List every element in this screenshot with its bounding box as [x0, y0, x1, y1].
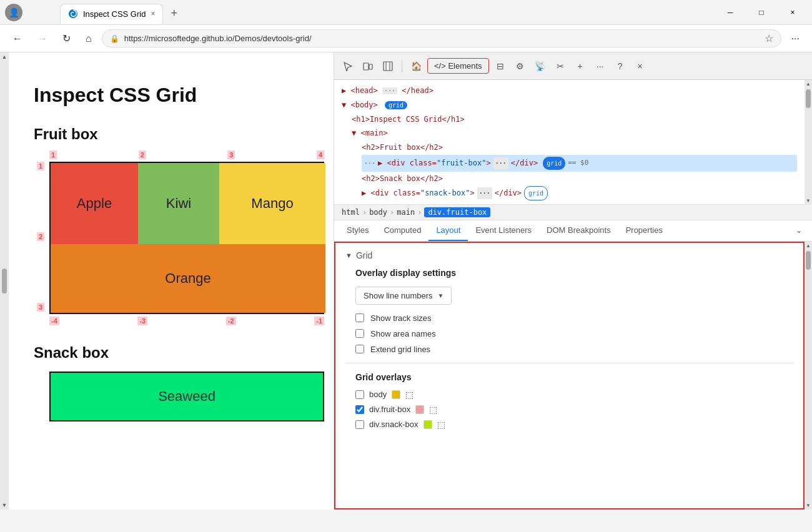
favorite-icon[interactable]: ☆: [765, 32, 773, 44]
dom-head-dots: ···: [382, 86, 402, 95]
body-inspect-icon[interactable]: ⬚: [405, 390, 413, 400]
extend-grid-lines-label: Extend grid lines: [370, 345, 430, 354]
device-emulation-button[interactable]: [359, 57, 377, 75]
help-button[interactable]: ?: [611, 57, 629, 75]
fruit-div-expand[interactable]: ···: [364, 157, 375, 169]
fruit-box-overlay-checkbox[interactable]: [355, 405, 364, 414]
minimize-button[interactable]: ─: [716, 2, 745, 22]
extend-grid-lines-checkbox[interactable]: [355, 345, 364, 353]
show-track-sizes-row: Show track sizes: [355, 313, 793, 323]
device-icon: [363, 61, 373, 71]
dropdown-label: Show line numbers: [364, 291, 433, 300]
layout-scroll-thumb: [806, 251, 811, 270]
grid-left-3: 3: [37, 303, 44, 312]
console-button[interactable]: ⊟: [492, 57, 509, 75]
fruit-div-dots[interactable]: ···: [493, 157, 508, 169]
performance-button[interactable]: 📡: [532, 57, 549, 75]
body-color-swatch[interactable]: [392, 390, 400, 399]
show-track-sizes-checkbox[interactable]: [355, 313, 364, 322]
dom-snack-div-close: </div>: [495, 186, 522, 200]
layout-section: ▼ Grid Overlay display settings Show lin…: [335, 243, 803, 442]
layout-scrollbar[interactable]: ▲ ▼: [805, 242, 812, 510]
add-panel-button[interactable]: +: [572, 57, 589, 75]
home-button[interactable]: ⌂: [81, 31, 97, 47]
close-devtools-button[interactable]: ×: [631, 57, 649, 75]
grid-section-title: ▼ Grid: [345, 250, 793, 260]
dom-scroll-thumb: [806, 89, 811, 108]
layout-scroll-down[interactable]: ▼: [806, 503, 811, 508]
breadcrumb-sep-3: ›: [417, 208, 422, 217]
snack-box-inspect-icon[interactable]: ⬚: [437, 420, 445, 430]
address-bar[interactable]: 🔒 https://microsoftedge.github.io/Demos/…: [102, 29, 781, 47]
scroll-down-arrow[interactable]: ▼: [2, 502, 7, 508]
maximize-button[interactable]: □: [747, 2, 776, 22]
edge-favicon: [68, 9, 78, 19]
lock-icon: 🔒: [110, 34, 119, 43]
tab-layout[interactable]: Layout: [428, 220, 468, 241]
snack-box-color-swatch[interactable]: [423, 420, 432, 429]
scroll-up-arrow[interactable]: ▲: [2, 54, 7, 60]
elements-panel-button[interactable]: </> Elements: [427, 58, 489, 74]
more-panels-button[interactable]: ···: [592, 57, 609, 75]
tab-close-button[interactable]: ×: [151, 9, 155, 18]
devtools-toolbar: 🏠 </> Elements ⊟ ⚙ 📡 ✂ + ··· ? ×: [334, 52, 812, 80]
inspect-button[interactable]: [379, 57, 397, 75]
dom-main-row: ▼ <main>: [352, 126, 797, 140]
grid-bottom-labels: -4 -3 -2 -1: [49, 317, 324, 325]
snack-grid-badge[interactable]: grid: [524, 186, 548, 200]
breadcrumb-main[interactable]: main: [397, 208, 415, 217]
body-overlay-checkbox[interactable]: [355, 390, 364, 399]
tab-more-button[interactable]: ⌄: [791, 221, 807, 240]
extend-grid-lines-row: Extend grid lines: [355, 345, 793, 354]
snack-box-overlay-row: div.snack-box ⬚: [355, 420, 793, 430]
snack-div-dots[interactable]: ···: [477, 187, 492, 199]
dom-scroll-down[interactable]: ▼: [806, 198, 811, 204]
title-bar-left: 👤: [5, 4, 22, 21]
fruit-box-color-swatch[interactable]: [415, 405, 424, 414]
grid-expand-icon[interactable]: ▼: [345, 252, 352, 259]
body-grid-badge[interactable]: grid: [385, 101, 407, 109]
fruit-box-inspect-icon[interactable]: ⬚: [429, 405, 437, 415]
new-tab-button[interactable]: +: [163, 3, 185, 24]
refresh-button[interactable]: ↻: [57, 30, 76, 47]
tab-properties[interactable]: Properties: [618, 220, 670, 241]
breadcrumb-active[interactable]: div.fruit-box: [424, 207, 490, 217]
grid-left-2: 2: [37, 232, 44, 241]
browser-more-button[interactable]: ···: [786, 31, 805, 47]
user-avatar[interactable]: 👤: [5, 4, 22, 21]
close-button[interactable]: ×: [778, 2, 807, 22]
body-overlay-row: body ⬚: [355, 390, 793, 400]
show-area-names-checkbox[interactable]: [355, 329, 364, 338]
overlay-settings: Overlay display settings Show line numbe…: [355, 268, 793, 354]
page-scrollbar[interactable]: ▲ ▼: [0, 52, 9, 510]
breadcrumb-html[interactable]: html: [342, 208, 360, 217]
tab-computed[interactable]: Computed: [376, 220, 428, 241]
forward-button[interactable]: →: [32, 31, 52, 47]
line-numbers-dropdown[interactable]: Show line numbers ▼: [355, 287, 452, 305]
tab-dom-breakpoints[interactable]: DOM Breakpoints: [539, 220, 618, 241]
sources-button[interactable]: ✂: [552, 57, 569, 75]
breadcrumb-sep-1: ›: [362, 208, 367, 217]
dom-head-row: ▶ <head> ··· </head>: [342, 84, 797, 98]
dom-h2-fruit: <h2>Fruit box</h2>: [362, 143, 443, 152]
tab-event-listeners[interactable]: Event Listeners: [468, 220, 539, 241]
panel-tabs: Styles Computed Layout Event Listeners D…: [334, 220, 812, 242]
grid-top-2: 2: [139, 150, 146, 159]
dom-scrollbar[interactable]: ▲ ▼: [805, 80, 812, 205]
breadcrumb-body[interactable]: body: [369, 208, 387, 217]
grid-bottom-neg2: -2: [226, 317, 236, 325]
back-button[interactable]: ←: [7, 31, 27, 47]
grid-bottom-neg4: -4: [49, 317, 59, 325]
home-panel-button[interactable]: 🏠: [407, 57, 425, 75]
network-button[interactable]: ⚙: [512, 57, 529, 75]
layout-scroll-up[interactable]: ▲: [806, 243, 811, 249]
dom-head-close: </head>: [402, 86, 433, 95]
tab-styles[interactable]: Styles: [339, 220, 376, 241]
dom-h2-snack: <h2>Snack box</h2>: [362, 174, 443, 183]
active-tab[interactable]: Inspect CSS Grid ×: [60, 4, 163, 24]
snack-box-overlay-checkbox[interactable]: [355, 420, 364, 429]
fruit-grid-badge[interactable]: grid: [543, 157, 565, 170]
dom-scroll-up[interactable]: ▲: [806, 81, 811, 87]
head-ellipsis[interactable]: ···: [382, 87, 397, 94]
cursor-tool-button[interactable]: [339, 57, 357, 75]
